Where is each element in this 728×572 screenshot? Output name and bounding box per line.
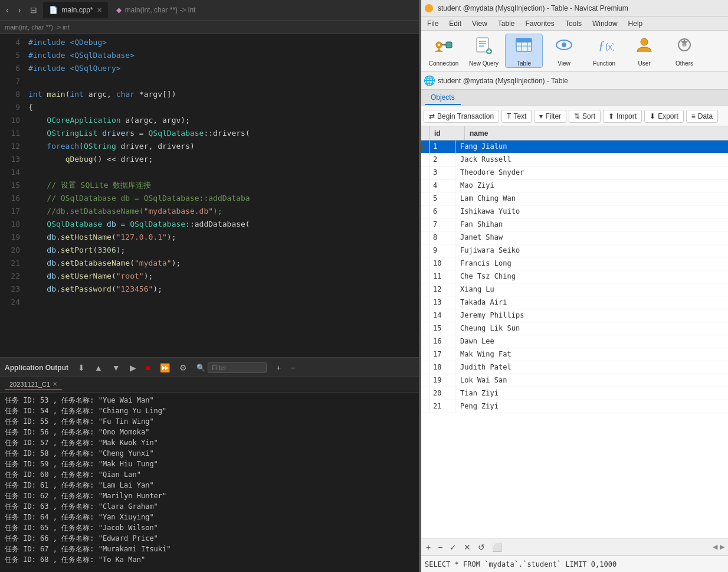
table-row[interactable]: 10Francis Long [420, 257, 728, 270]
table-row[interactable]: 3Theodore Snyder [420, 166, 728, 179]
table-row[interactable]: 11Che Tsz Ching [420, 270, 728, 283]
sort-btn[interactable]: ⇅ Sort [569, 110, 601, 123]
cell-name[interactable]: Janet Shaw [455, 231, 728, 244]
cell-id[interactable]: 16 [429, 335, 455, 348]
toolbar-user-btn[interactable]: User [625, 34, 663, 68]
code-content[interactable]: #include <QDebug> #include <QSqlDatabase… [24, 34, 420, 357]
cell-id[interactable]: 4 [429, 179, 455, 192]
cell-name[interactable]: Mak Wing Fat [455, 348, 728, 361]
output-settings-btn[interactable]: ⚙ [177, 362, 189, 374]
table-row[interactable]: 6Ishikawa Yuito [420, 205, 728, 218]
cell-name[interactable]: Dawn Lee [455, 335, 728, 348]
tab-forward-btn[interactable]: › [15, 4, 25, 16]
cell-name[interactable]: Mao Ziyi [455, 179, 728, 192]
table-row[interactable]: 15Cheung Lik Sun [420, 322, 728, 335]
output-arrow-down-btn[interactable]: ▼ [110, 362, 123, 374]
export-btn[interactable]: ⬇ Export [644, 110, 684, 123]
cell-name[interactable]: Peng Ziyi [455, 400, 728, 413]
tab-function[interactable]: ◆ main(int, char **) -> int [110, 2, 202, 18]
cell-name[interactable]: Xiang Lu [455, 283, 728, 296]
cell-id[interactable]: 20 [429, 387, 455, 400]
cell-name[interactable]: Fan Shihan [455, 218, 728, 231]
column-header-id[interactable]: id [429, 126, 465, 140]
cell-id[interactable]: 14 [429, 309, 455, 322]
toolbar-function-btn[interactable]: ƒ (x) Function [585, 34, 623, 68]
output-tab-20231121[interactable]: 20231121_C1 ✕ [5, 380, 62, 390]
table-row[interactable]: 8Janet Shaw [420, 231, 728, 244]
nav-confirm-btn[interactable]: ✓ [447, 541, 459, 553]
nav-cancel-btn[interactable]: ✕ [461, 541, 473, 553]
cell-id[interactable]: 18 [429, 361, 455, 374]
filter-btn[interactable]: ▾ Filter [534, 110, 566, 123]
menubar-item-view[interactable]: View [467, 18, 492, 29]
cell-name[interactable]: Takada Airi [455, 296, 728, 309]
cell-name[interactable]: Che Tsz Ching [455, 270, 728, 283]
tab-main-cpp-close[interactable]: ✕ [97, 6, 102, 14]
table-row[interactable]: 18Judith Patel [420, 361, 728, 374]
nav-delete-row-btn[interactable]: − [435, 541, 445, 553]
table-row[interactable]: 14Jeremy Phillips [420, 309, 728, 322]
data-btn[interactable]: ≡ Data [686, 110, 718, 123]
output-tab-close-icon[interactable]: ✕ [53, 381, 57, 387]
cell-name[interactable]: Fujiwara Seiko [455, 244, 728, 257]
cell-id[interactable]: 2 [429, 153, 455, 166]
cell-name[interactable]: Tian Ziyi [455, 387, 728, 400]
table-row[interactable]: 12Xiang Lu [420, 283, 728, 296]
import-btn[interactable]: ⬆ Import [603, 110, 642, 123]
cell-id[interactable]: 17 [429, 348, 455, 361]
output-filter-input[interactable] [208, 362, 267, 373]
table-row[interactable]: 17Mak Wing Fat [420, 348, 728, 361]
table-row[interactable]: 21Peng Ziyi [420, 400, 728, 413]
table-row[interactable]: ▶1Fang Jialun [420, 140, 728, 153]
toolbar-view-btn[interactable]: View [545, 34, 583, 68]
output-arrow-up-btn[interactable]: ▲ [92, 362, 105, 374]
nav-add-row-btn[interactable]: + [424, 541, 433, 553]
cell-name[interactable]: Cheung Lik Sun [455, 322, 728, 335]
cell-name[interactable]: Lok Wai San [455, 374, 728, 387]
table-row[interactable]: 16Dawn Lee [420, 335, 728, 348]
table-row[interactable]: 4Mao Ziyi [420, 179, 728, 192]
text-btn[interactable]: T Text [501, 110, 532, 123]
nav-refresh-btn[interactable]: ↺ [476, 541, 487, 553]
toolbar-newquery-btn[interactable]: New Query [465, 34, 503, 68]
output-stop-btn[interactable]: ■ [143, 362, 153, 374]
table-row[interactable]: 5Lam Ching Wan [420, 192, 728, 205]
menubar-item-favorites[interactable]: Favorites [521, 18, 559, 29]
output-remove-btn[interactable]: − [288, 362, 297, 374]
cell-id[interactable]: 8 [429, 231, 455, 244]
table-row[interactable]: 19Lok Wai San [420, 374, 728, 387]
tab-split-btn[interactable]: ⊟ [27, 4, 41, 16]
cell-id[interactable]: 5 [429, 192, 455, 205]
cell-name[interactable]: Ishikawa Yuito [455, 205, 728, 218]
menubar-item-tools[interactable]: Tools [560, 18, 586, 29]
cell-name[interactable]: Lam Ching Wan [455, 192, 728, 205]
menubar-item-window[interactable]: Window [588, 18, 622, 29]
tab-main-cpp[interactable]: 📄 main.cpp* ✕ [43, 2, 107, 18]
column-header-name[interactable]: name [465, 126, 728, 140]
begin-transaction-btn[interactable]: ⇄ Begin Transaction [424, 110, 499, 123]
cell-id[interactable]: 21 [429, 400, 455, 413]
output-scroll-bottom-btn[interactable]: ⬇ [76, 362, 87, 374]
objects-tab-item[interactable]: Objects [425, 91, 461, 105]
cell-name[interactable]: Fang Jialun [455, 140, 728, 153]
cell-id[interactable]: 3 [429, 166, 455, 179]
tab-back-btn[interactable]: ‹ [2, 4, 12, 16]
table-row[interactable]: 13Takada Airi [420, 296, 728, 309]
cell-id[interactable]: 12 [429, 283, 455, 296]
vertical-splitter[interactable] [419, 0, 421, 572]
cell-name[interactable]: Theodore Snyder [455, 166, 728, 179]
cell-id[interactable]: 11 [429, 270, 455, 283]
cell-name[interactable]: Jeremy Phillips [455, 309, 728, 322]
toolbar-others-btn[interactable]: Others [665, 34, 703, 68]
cell-name[interactable]: Francis Long [455, 257, 728, 270]
cell-id[interactable]: 19 [429, 374, 455, 387]
cell-name[interactable]: Judith Patel [455, 361, 728, 374]
cell-id[interactable]: 1 [429, 140, 455, 153]
cell-id[interactable]: 10 [429, 257, 455, 270]
cell-id[interactable]: 15 [429, 322, 455, 335]
toolbar-table-btn[interactable]: Table [505, 34, 543, 68]
output-goto-end-btn[interactable]: ⏩ [158, 362, 172, 374]
output-add-btn[interactable]: + [274, 362, 283, 374]
table-row[interactable]: 2Jack Russell [420, 153, 728, 166]
table-row[interactable]: 20Tian Ziyi [420, 387, 728, 400]
